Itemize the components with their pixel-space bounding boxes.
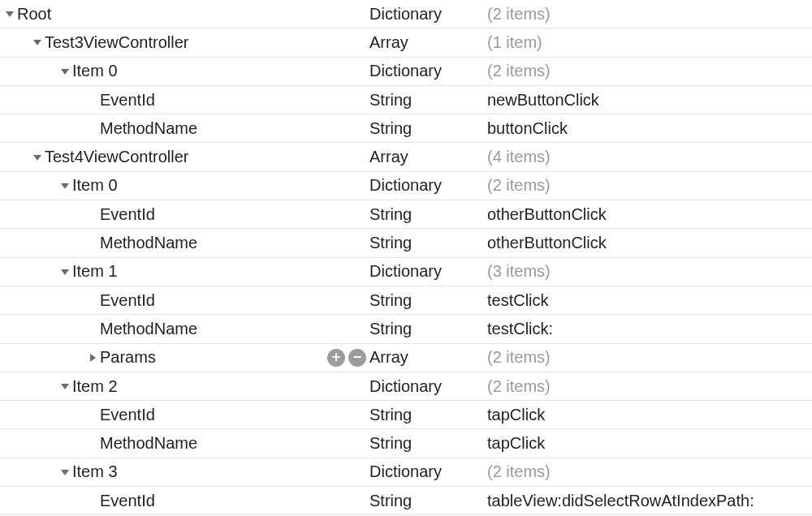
disclosure-triangle-open-icon[interactable] <box>59 467 71 478</box>
value-cell[interactable]: (3 items) <box>487 262 812 281</box>
key-label: MethodName <box>100 434 197 453</box>
table-row[interactable]: RootDictionary(2 items) <box>0 0 812 28</box>
value-cell[interactable]: (2 items) <box>487 462 812 481</box>
key-cell[interactable]: EventId <box>0 492 369 510</box>
value-cell[interactable]: newButtonClick <box>487 91 812 110</box>
value-cell[interactable]: tapClick <box>487 406 812 424</box>
key-label: Test3ViewController <box>45 33 189 52</box>
table-row[interactable]: MethodNameStringbuttonClick <box>0 114 812 143</box>
table-row[interactable]: Item 0Dictionary(2 items) <box>0 172 812 200</box>
disclosure-triangle-open-icon[interactable] <box>32 37 43 48</box>
table-row[interactable]: EventIdStringtapClick <box>0 401 812 429</box>
key-cell[interactable]: Item 2 <box>0 377 369 396</box>
type-cell[interactable]: Array <box>369 148 487 166</box>
key-cell[interactable]: Test3ViewController <box>0 33 369 52</box>
type-cell[interactable]: Array <box>369 33 487 52</box>
key-cell[interactable]: Test4ViewController <box>0 148 369 166</box>
type-label: String <box>369 91 412 109</box>
disclosure-triangle-open-icon[interactable] <box>59 381 71 392</box>
table-row[interactable]: Test3ViewControllerArray(1 item) <box>0 28 812 57</box>
type-cell[interactable]: Dictionary <box>369 5 487 24</box>
table-row[interactable]: MethodNameStringotherButtonClick <box>0 229 812 257</box>
type-cell[interactable]: String <box>369 234 487 252</box>
type-label: Dictionary <box>369 176 442 194</box>
value-cell[interactable]: (2 items) <box>487 348 812 367</box>
value-label: testClick: <box>487 320 553 338</box>
type-label: String <box>369 119 412 137</box>
type-label: Dictionary <box>369 377 442 395</box>
table-row[interactable]: EventIdStringnewButtonClick <box>0 86 812 114</box>
key-cell[interactable]: Params+− <box>0 348 369 367</box>
value-cell[interactable]: (2 items) <box>487 5 812 24</box>
remove-button[interactable]: − <box>348 349 366 367</box>
disclosure-triangle-open-icon[interactable] <box>59 180 71 191</box>
type-cell[interactable]: Dictionary <box>369 262 487 281</box>
value-cell[interactable]: tapClick <box>487 434 812 453</box>
table-row[interactable]: Item 0Dictionary(2 items) <box>0 58 812 86</box>
key-cell[interactable]: MethodName <box>0 434 369 453</box>
svg-marker-6 <box>90 354 96 362</box>
key-cell[interactable]: MethodName <box>0 119 369 138</box>
disclosure-triangle-open-icon[interactable] <box>4 8 15 19</box>
table-row[interactable]: MethodNameStringtestClick: <box>0 315 812 343</box>
key-cell[interactable]: EventId <box>0 406 369 424</box>
type-label: String <box>369 406 412 424</box>
key-cell[interactable]: EventId <box>0 91 369 110</box>
value-cell[interactable]: (1 item) <box>487 33 812 52</box>
svg-marker-2 <box>61 69 69 75</box>
type-cell[interactable]: String <box>369 320 487 338</box>
key-cell[interactable]: Root <box>0 5 369 24</box>
key-cell[interactable]: EventId <box>0 291 369 310</box>
key-label: Item 2 <box>72 377 118 396</box>
item-count-label: (2 items) <box>487 462 551 480</box>
table-row[interactable]: Params+−Array(2 items) <box>0 344 812 372</box>
key-cell[interactable]: MethodName <box>0 234 369 252</box>
value-cell[interactable]: buttonClick <box>487 119 812 138</box>
value-cell[interactable]: otherButtonClick <box>487 234 812 252</box>
table-row[interactable]: Item 1Dictionary(3 items) <box>0 258 812 286</box>
plus-icon: + <box>332 350 341 364</box>
type-cell[interactable]: Dictionary <box>369 377 487 396</box>
value-label: testClick <box>487 291 549 309</box>
type-cell[interactable]: Dictionary <box>369 176 487 195</box>
value-cell[interactable]: (2 items) <box>487 377 812 396</box>
value-cell[interactable]: (2 items) <box>487 62 812 80</box>
disclosure-triangle-open-icon[interactable] <box>59 266 71 277</box>
value-cell[interactable]: otherButtonClick <box>487 205 812 224</box>
table-row[interactable]: EventIdStringotherButtonClick <box>0 200 812 229</box>
type-cell[interactable]: String <box>369 406 487 424</box>
key-cell[interactable]: Item 1 <box>0 262 369 281</box>
type-cell[interactable]: String <box>369 291 487 310</box>
key-cell[interactable]: Item 0 <box>0 176 369 195</box>
add-button[interactable]: + <box>327 349 345 367</box>
key-cell[interactable]: Item 0 <box>0 62 369 80</box>
key-cell[interactable]: MethodName <box>0 320 369 338</box>
table-row[interactable]: MethodNameStringtapClick <box>0 429 812 458</box>
key-label: MethodName <box>100 234 197 252</box>
type-cell[interactable]: String <box>369 119 487 138</box>
value-cell[interactable]: testClick: <box>487 320 812 338</box>
table-row[interactable]: EventIdStringtableView:didSelectRowAtInd… <box>0 487 812 515</box>
type-cell[interactable]: Dictionary <box>369 462 487 481</box>
type-cell[interactable]: Dictionary <box>369 62 487 80</box>
disclosure-triangle-closed-icon[interactable] <box>87 352 98 363</box>
item-count-label: (2 items) <box>487 5 551 23</box>
type-cell[interactable]: String <box>369 91 487 110</box>
key-cell[interactable]: EventId <box>0 205 369 224</box>
table-row[interactable]: EventIdStringtestClick <box>0 286 812 315</box>
key-cell[interactable]: Item 3 <box>0 462 369 481</box>
type-cell[interactable]: String <box>369 492 487 510</box>
value-cell[interactable]: tableView:didSelectRowAtIndexPath: <box>487 492 812 510</box>
table-row[interactable]: Item 3Dictionary(2 items) <box>0 458 812 487</box>
disclosure-triangle-open-icon[interactable] <box>59 66 71 77</box>
type-label: Dictionary <box>369 5 442 23</box>
value-cell[interactable]: (2 items) <box>487 176 812 195</box>
value-cell[interactable]: (4 items) <box>487 148 812 166</box>
disclosure-triangle-open-icon[interactable] <box>32 152 43 163</box>
value-cell[interactable]: testClick <box>487 291 812 310</box>
type-cell[interactable]: Array <box>369 348 487 367</box>
type-cell[interactable]: String <box>369 205 487 224</box>
type-cell[interactable]: String <box>369 434 487 453</box>
table-row[interactable]: Item 2Dictionary(2 items) <box>0 372 812 401</box>
table-row[interactable]: Test4ViewControllerArray(4 items) <box>0 143 812 171</box>
